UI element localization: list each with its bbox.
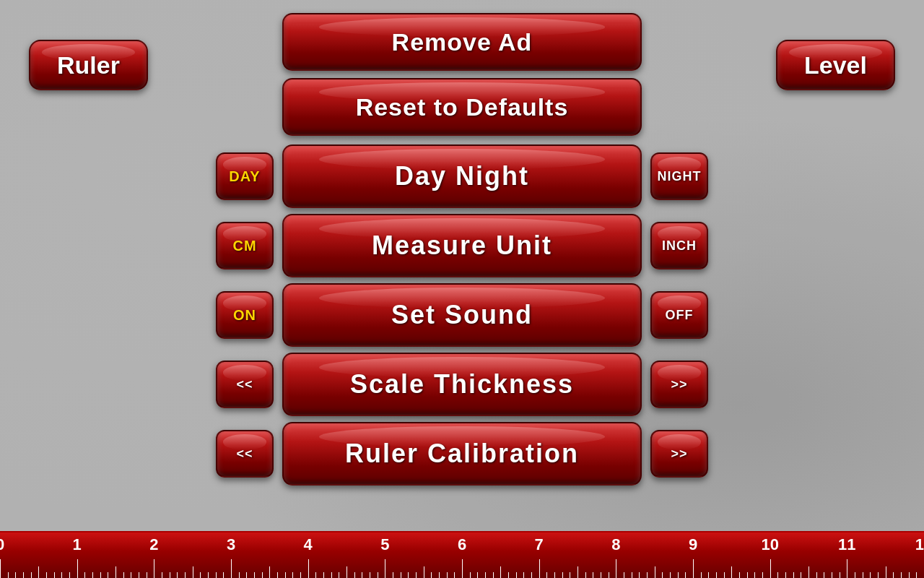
ruler-number-12: 12: [915, 535, 924, 554]
ruler-label: Ruler: [57, 51, 120, 79]
ruler-number-10: 10: [761, 535, 778, 554]
scale-decrease-button[interactable]: <<: [216, 361, 274, 408]
ruler-tick: [801, 572, 801, 578]
ruler-tick: [632, 572, 632, 578]
ruler-tick: [785, 572, 786, 578]
cm-label: CM: [232, 238, 256, 254]
ruler-tick: [262, 572, 263, 578]
ruler-tick: [562, 572, 563, 578]
ruler-tick: [863, 572, 863, 578]
ruler-tick: [762, 572, 763, 578]
remove-ad-button[interactable]: Remove Ad: [282, 13, 642, 71]
ruler-tick: [477, 572, 478, 578]
ruler-tick: [139, 572, 139, 578]
set-sound-label: Set Sound: [391, 300, 533, 330]
ruler-tick: [200, 572, 201, 578]
ruler-tick: [585, 572, 586, 578]
ruler-tick: [470, 572, 471, 578]
ruler-tick: [662, 572, 663, 578]
off-label: OFF: [666, 308, 694, 323]
ruler-tick: [593, 572, 593, 578]
calibration-increase-button[interactable]: >>: [650, 430, 708, 478]
ruler-tick: [824, 572, 824, 578]
ruler-tick: [916, 572, 917, 578]
ruler-tick: [300, 572, 301, 578]
ruler-number-8: 8: [611, 535, 620, 554]
ruler-tick: [223, 572, 224, 578]
ruler-tick: [454, 572, 455, 578]
night-button[interactable]: NIGHT: [650, 152, 708, 200]
ruler-tick: [31, 572, 32, 578]
ruler-tick: [462, 559, 463, 578]
ruler-tick: [401, 572, 401, 578]
ruler-button[interactable]: Ruler: [29, 40, 148, 90]
ruler-tick: [84, 572, 85, 578]
ruler-tick: [0, 559, 1, 578]
ruler-tick: [808, 566, 809, 578]
scale-thickness-label-btn[interactable]: Scale Thickness: [282, 353, 642, 416]
ruler-tick: [893, 572, 894, 578]
ruler-tick: [285, 572, 286, 578]
measure-unit-label: Measure Unit: [372, 230, 552, 261]
ruler-tick: [193, 566, 193, 578]
ruler-tick: [655, 566, 655, 578]
ruler-tick: [308, 559, 309, 578]
ruler-tick: [708, 572, 709, 578]
sound-off-button[interactable]: OFF: [650, 291, 708, 339]
ruler-calibration-label-btn[interactable]: Ruler Calibration: [282, 422, 642, 486]
ruler-tick: [878, 572, 879, 578]
ruler-tick: [447, 572, 448, 578]
ruler-tick: [177, 572, 178, 578]
ruler-tick: [639, 572, 640, 578]
cm-button[interactable]: CM: [216, 222, 274, 269]
ruler-tick: [685, 572, 686, 578]
set-sound-row: ON Set Sound OFF: [216, 283, 708, 347]
ruler-tick: [61, 572, 62, 578]
ruler-tick: [38, 566, 39, 578]
ruler-tick: [154, 559, 154, 578]
ruler-tick: [777, 572, 778, 578]
level-label: Level: [804, 51, 867, 79]
ruler-tick: [292, 572, 293, 578]
calibration-decrease-button[interactable]: <<: [216, 430, 274, 478]
ruler-tick: [123, 572, 124, 578]
day-night-toggle[interactable]: Day Night: [282, 144, 642, 208]
ruler-tick: [439, 572, 440, 578]
ruler-tick: [254, 572, 255, 578]
day-button[interactable]: DAY: [216, 152, 274, 200]
ruler-tick: [331, 572, 332, 578]
ruler-tick: [516, 572, 517, 578]
sound-on-button[interactable]: ON: [216, 291, 274, 339]
scale-increase-button[interactable]: >>: [650, 361, 708, 408]
ruler-tick: [393, 572, 393, 578]
ruler-number-0: 0: [0, 535, 4, 554]
ruler-number-9: 9: [689, 535, 697, 554]
ruler-tick: [77, 559, 78, 578]
ruler-tick: [609, 572, 609, 578]
ruler-tick: [370, 572, 370, 578]
measure-unit-toggle[interactable]: Measure Unit: [282, 214, 642, 277]
reset-defaults-button[interactable]: Reset to Defaults: [282, 78, 642, 136]
inch-button[interactable]: INCH: [650, 222, 708, 269]
level-button[interactable]: Level: [776, 40, 895, 90]
ruler-tick: [416, 572, 417, 578]
ruler-tick: [647, 572, 648, 578]
night-label: NIGHT: [658, 169, 702, 184]
ruler-tick: [54, 572, 55, 578]
ruler-tick: [508, 572, 509, 578]
inch-label: INCH: [662, 238, 697, 254]
set-sound-toggle[interactable]: Set Sound: [282, 283, 642, 347]
ruler-calibration-row: << Ruler Calibration >>: [216, 422, 708, 486]
ruler-tick: [269, 566, 270, 578]
ruler-tick: [886, 566, 886, 578]
ruler-number-11: 11: [838, 535, 855, 554]
measure-unit-row: CM Measure Unit INCH: [216, 214, 708, 277]
ruler-tick: [624, 572, 624, 578]
ruler-tick: [131, 572, 131, 578]
ruler-tick: [378, 572, 378, 578]
ruler-tick: [92, 572, 93, 578]
ruler-tick: [162, 572, 162, 578]
day-night-label: Day Night: [395, 161, 529, 191]
ruler-tick: [100, 572, 101, 578]
ruler-tick: [315, 572, 316, 578]
